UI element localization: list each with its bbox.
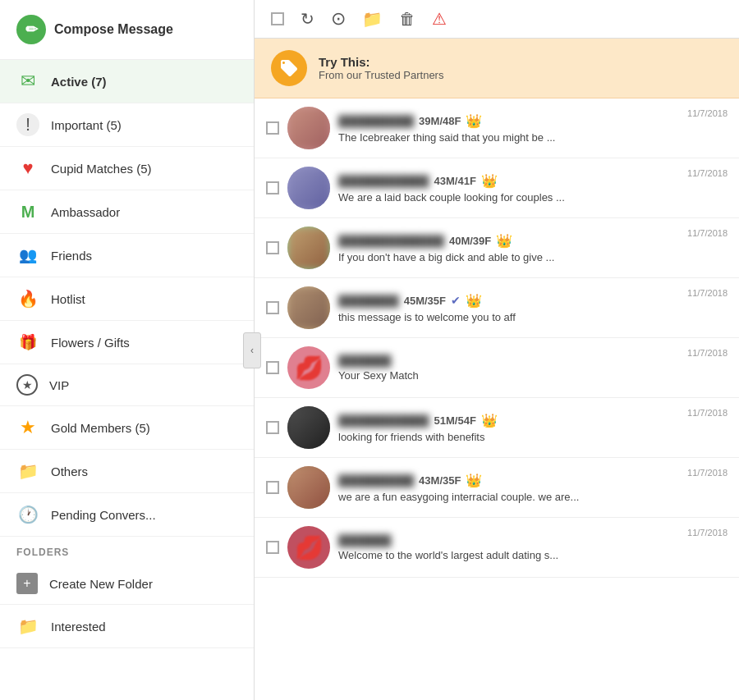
compose-button[interactable]: ✏ Compose Message bbox=[0, 0, 254, 60]
collapse-button[interactable]: ‹ bbox=[243, 332, 261, 368]
heart-icon: ♥ bbox=[16, 157, 39, 180]
compose-label: Compose Message bbox=[54, 22, 173, 37]
sender-name: ████████ bbox=[338, 295, 399, 307]
msg-checkbox[interactable] bbox=[266, 241, 279, 254]
refresh-icon[interactable]: ↻ bbox=[301, 9, 314, 29]
table-row[interactable]: 💋 ███████ Welcome to the world's largest… bbox=[255, 518, 739, 578]
promo-banner[interactable]: Try This: From our Trusted Partners bbox=[255, 39, 739, 98]
sender-name: ██████████████ bbox=[338, 235, 444, 247]
fire-icon: 🔥 bbox=[16, 287, 39, 310]
sidebar-label-important: Important (5) bbox=[51, 118, 122, 132]
crown-icon: 👑 bbox=[481, 173, 498, 189]
sidebar-label-gold: Gold Members (5) bbox=[51, 421, 150, 435]
message-preview: this message is to welcome you to aff bbox=[338, 311, 728, 323]
table-row[interactable]: ██████████████ 40M/39F 👑 If you don't ha… bbox=[255, 218, 739, 278]
sidebar-label-hotlist: Hotlist bbox=[51, 292, 85, 306]
main-panel: ‹ ↻ ⊙ 📁 🗑 ⚠ Try This: From our Trusted P… bbox=[255, 0, 739, 700]
table-row[interactable]: ████████ 45M/35F ✔ 👑 this message is to … bbox=[255, 278, 739, 338]
msg-checkbox[interactable] bbox=[266, 301, 279, 314]
message-date: 11/7/2018 bbox=[687, 468, 728, 478]
sidebar-item-ambassador[interactable]: M Ambassador bbox=[0, 190, 254, 234]
folders-header: FOLDERS bbox=[0, 537, 254, 563]
folder-move-icon[interactable]: 📁 bbox=[362, 9, 383, 29]
sidebar-item-others[interactable]: 📁 Others bbox=[0, 450, 254, 493]
msg-checkbox[interactable] bbox=[266, 121, 279, 135]
sidebar-label-create-folder: Create New Folder bbox=[49, 577, 153, 591]
sidebar-item-interested[interactable]: 📁 Interested bbox=[0, 605, 254, 648]
message-header: ████████████ 43M/41F 👑 bbox=[338, 173, 728, 189]
star-outline-icon: ★ bbox=[16, 374, 38, 396]
folder-dark-icon: 📁 bbox=[16, 615, 39, 638]
avatar bbox=[287, 107, 330, 149]
message-date: 11/7/2018 bbox=[687, 528, 728, 538]
ambassador-icon: M bbox=[16, 200, 39, 223]
message-date: 11/7/2018 bbox=[687, 348, 728, 358]
message-header: ████████ 45M/35F ✔ 👑 bbox=[338, 293, 728, 309]
table-row[interactable]: ████████████ 43M/41F 👑 We are a laid bac… bbox=[255, 158, 739, 218]
promo-subtitle: From our Trusted Partners bbox=[319, 69, 443, 81]
sidebar-item-important[interactable]: ! Important (5) bbox=[0, 103, 254, 147]
message-content: ███████ Welcome to the world's largest a… bbox=[338, 534, 728, 561]
sidebar-item-active[interactable]: ✉ Active (7) bbox=[0, 60, 254, 103]
msg-checkbox[interactable] bbox=[266, 541, 279, 554]
table-row[interactable]: ██████████ 43M/35F 👑 we are a fun easygo… bbox=[255, 458, 739, 518]
message-content: ███████ Your Sexy Match bbox=[338, 355, 728, 382]
sidebar-item-create-folder[interactable]: + Create New Folder bbox=[0, 563, 254, 605]
compose-icon: ✏ bbox=[16, 15, 46, 44]
sidebar-item-pending[interactable]: 🕐 Pending Convers... bbox=[0, 493, 254, 537]
crown-icon: 👑 bbox=[481, 413, 498, 428]
sidebar-item-vip[interactable]: ★ VIP bbox=[0, 364, 254, 406]
sidebar-label-active: Active (7) bbox=[51, 75, 107, 89]
promo-title: Try This: bbox=[319, 55, 443, 69]
sender-name: ████████████ bbox=[338, 414, 429, 427]
select-all-checkbox[interactable] bbox=[271, 12, 284, 25]
message-preview: We are a laid back couple looking for co… bbox=[338, 191, 728, 204]
message-preview: Your Sexy Match bbox=[338, 369, 728, 382]
message-list: ██████████ 39M/48F 👑 The Icebreaker thin… bbox=[255, 98, 739, 700]
message-header: ██████████████ 40M/39F 👑 bbox=[338, 233, 728, 249]
msg-checkbox[interactable] bbox=[266, 421, 279, 434]
message-preview: If you don't have a big dick and able to… bbox=[338, 251, 728, 263]
sidebar-item-hotlist[interactable]: 🔥 Hotlist bbox=[0, 277, 254, 321]
avatar bbox=[287, 167, 330, 209]
table-row[interactable]: ████████████ 51M/54F 👑 looking for frien… bbox=[255, 398, 739, 458]
sidebar-label-pending: Pending Convers... bbox=[51, 508, 156, 522]
message-content: ████████ 45M/35F ✔ 👑 this message is to … bbox=[338, 293, 728, 323]
table-row[interactable]: 💋 ███████ Your Sexy Match 11/7/2018 bbox=[255, 338, 739, 398]
message-date: 11/7/2018 bbox=[687, 228, 728, 238]
sidebar-item-flowers[interactable]: 🎁 Flowers / Gifts bbox=[0, 321, 254, 364]
avatar bbox=[287, 466, 330, 509]
exclamation-icon: ! bbox=[16, 113, 39, 136]
delete-icon[interactable]: 🗑 bbox=[399, 10, 415, 29]
sender-age: 40M/39F bbox=[449, 235, 491, 247]
envelope-icon: ✉ bbox=[16, 70, 39, 93]
promo-text: Try This: From our Trusted Partners bbox=[319, 55, 443, 81]
msg-checkbox[interactable] bbox=[266, 361, 279, 374]
plus-folder-icon: + bbox=[16, 573, 38, 594]
sidebar-item-gold[interactable]: ★ Gold Members (5) bbox=[0, 406, 254, 450]
crown-icon: 👑 bbox=[466, 113, 482, 129]
message-content: ██████████ 43M/35F 👑 we are a fun easygo… bbox=[338, 473, 728, 503]
sidebar-item-friends[interactable]: 👥 Friends bbox=[0, 234, 254, 277]
report-icon[interactable]: ⚠ bbox=[432, 9, 447, 29]
avatar bbox=[287, 226, 330, 269]
msg-checkbox[interactable] bbox=[266, 481, 279, 494]
sidebar-label-flowers: Flowers / Gifts bbox=[51, 336, 130, 350]
message-header: ███████ bbox=[338, 355, 728, 367]
message-content: ██████████ 39M/48F 👑 The Icebreaker thin… bbox=[338, 113, 728, 144]
sidebar-label-vip: VIP bbox=[49, 378, 69, 392]
msg-checkbox[interactable] bbox=[266, 181, 279, 194]
message-header: ██████████ 39M/48F 👑 bbox=[338, 113, 728, 129]
toolbar: ↻ ⊙ 📁 🗑 ⚠ bbox=[255, 0, 739, 39]
sidebar-label-interested: Interested bbox=[51, 620, 106, 634]
read-icon[interactable]: ⊙ bbox=[331, 8, 346, 30]
folder-icon: 📁 bbox=[16, 460, 39, 483]
message-date: 11/7/2018 bbox=[687, 108, 728, 118]
table-row[interactable]: ██████████ 39M/48F 👑 The Icebreaker thin… bbox=[255, 98, 739, 158]
sender-name: ██████████ bbox=[338, 474, 414, 487]
sidebar-item-cupid[interactable]: ♥ Cupid Matches (5) bbox=[0, 147, 254, 190]
sidebar: ✏ Compose Message ✉ Active (7) ! Importa… bbox=[0, 0, 255, 700]
sender-name: ███████ bbox=[338, 534, 391, 547]
message-header: ████████████ 51M/54F 👑 bbox=[338, 413, 728, 428]
sender-name: ███████ bbox=[338, 355, 391, 367]
